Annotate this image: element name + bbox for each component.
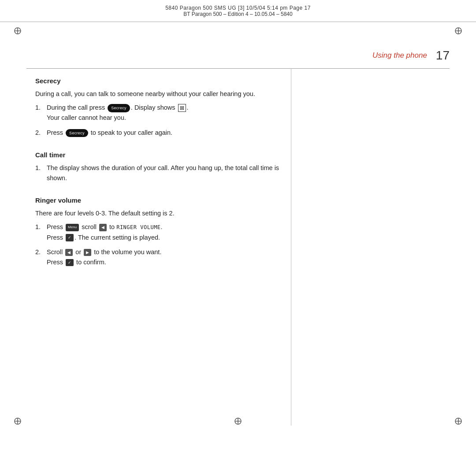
menu-button[interactable]: Menu: [66, 224, 79, 231]
header-line2: BT Paragon 500 – Edition 4 – 10.05.04 – …: [183, 11, 292, 17]
call-timer-item-1: 1. The display shows the duration of you…: [35, 163, 291, 183]
secrecy-button-1[interactable]: Secrecy: [108, 104, 130, 112]
item-number-1: 1.: [35, 103, 44, 123]
ringer-content-2: Scroll ◀ or ▶ to the volume you want. Pr…: [47, 247, 291, 267]
check-button-2[interactable]: ✓: [66, 259, 74, 266]
item-content-1: During the call press Secrecy. Display s…: [47, 103, 291, 123]
reg-mark-bottom-center: [234, 417, 242, 426]
item-content-2: Press Secrecy to speak to your caller ag…: [47, 128, 291, 138]
secrecy-intro: During a call, you can talk to someone n…: [35, 89, 291, 99]
call-timer-title: Call timer: [35, 151, 291, 159]
reg-mark-bottom-left: [13, 417, 22, 426]
reg-mark-top-right: [454, 26, 463, 35]
secrecy-intro-text: During a call, you can talk to someone n…: [35, 89, 291, 99]
chapter-divider: [26, 68, 450, 69]
ringer-volume-item-2: 2. Scroll ◀ or ▶ to the volume you want.…: [35, 247, 291, 267]
reg-mark-bottom-right: [454, 417, 463, 426]
ringer-content-1: Press Menu scroll ◀ to RINGER VOLUME. Pr…: [47, 222, 291, 242]
reg-mark-top-left: [13, 26, 22, 35]
ringer-volume-item-1: 1. Press Menu scroll ◀ to RINGER VOLUME.…: [35, 222, 291, 242]
ringer-volume-label: RINGER VOLUME: [116, 224, 160, 230]
section-call-timer: Call timer 1. The display shows the dura…: [35, 151, 291, 183]
scroll-left-button-1[interactable]: ◀: [99, 224, 107, 231]
ringer-volume-title: Ringer volume: [35, 196, 291, 204]
ringer-volume-intro-text: There are four levels 0-3. The default s…: [35, 208, 291, 219]
chapter-heading: Using the phone 17: [372, 48, 450, 63]
chapter-title: Using the phone: [372, 51, 427, 60]
secrecy-item-1: 1. During the call press Secrecy. Displa…: [35, 103, 291, 123]
page-header: 5840 Paragon 500 SMS UG [3] 10/5/04 5:14…: [0, 0, 476, 22]
ringer-number-2: 2.: [35, 247, 44, 267]
vertical-divider: [291, 68, 291, 426]
display-x-icon: ⊠: [178, 104, 186, 112]
main-content: Secrecy During a call, you can talk to s…: [35, 77, 291, 417]
call-timer-number-1: 1.: [35, 163, 44, 183]
item-number-2: 2.: [35, 128, 44, 138]
call-timer-content-1: The display shows the duration of your c…: [47, 163, 291, 183]
section-ringer-volume: Ringer volume There are four levels 0-3.…: [35, 196, 291, 267]
ringer-volume-intro: There are four levels 0-3. The default s…: [35, 208, 291, 219]
check-button-1[interactable]: ✓: [66, 234, 74, 241]
page-container: 5840 Paragon 500 SMS UG [3] 10/5/04 5:14…: [0, 0, 476, 452]
ringer-number-1: 1.: [35, 222, 44, 242]
secrecy-item-2: 2. Press Secrecy to speak to your caller…: [35, 128, 291, 138]
secrecy-title: Secrecy: [35, 77, 291, 85]
header-line1: 5840 Paragon 500 SMS UG [3] 10/5/04 5:14…: [165, 5, 311, 11]
section-secrecy: Secrecy During a call, you can talk to s…: [35, 77, 291, 138]
secrecy-button-2[interactable]: Secrecy: [66, 129, 88, 137]
scroll-right-button-2[interactable]: ▶: [84, 249, 91, 256]
chapter-number: 17: [436, 48, 450, 63]
scroll-left-button-2[interactable]: ◀: [65, 249, 73, 256]
